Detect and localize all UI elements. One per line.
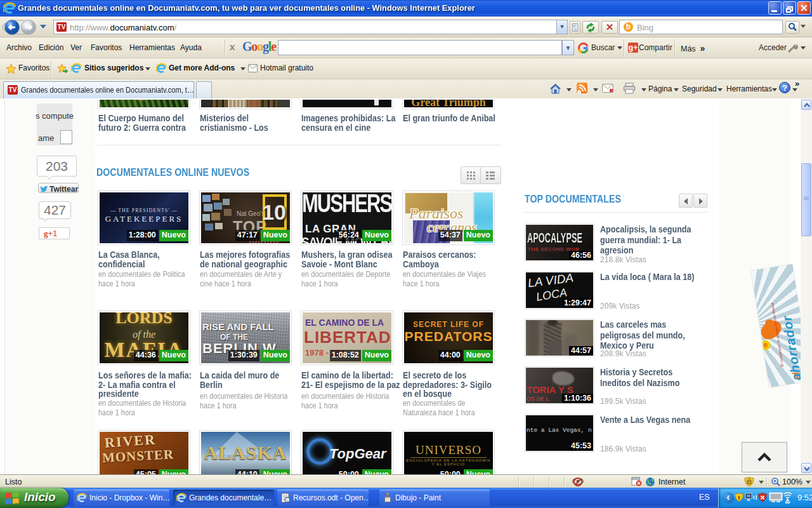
svg-text:!: !: [738, 494, 740, 501]
